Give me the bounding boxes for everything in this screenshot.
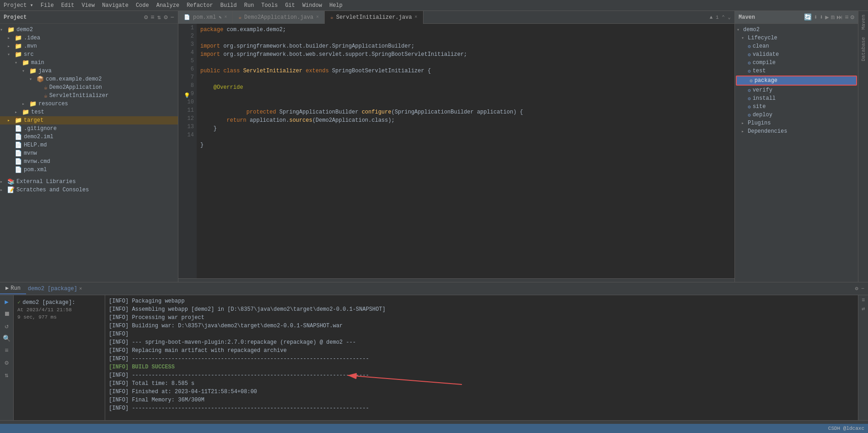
tree-item-servletinitializer[interactable]: ☕ ServletInitializer [0, 92, 178, 100]
tree-item-idea[interactable]: ▸ 📁 .idea [0, 34, 178, 42]
maven-reimport-icon[interactable]: ⬇ [814, 13, 817, 21]
project-menu[interactable]: Project ▾ [4, 2, 33, 9]
code-line-3: import org.springframework.boot.builder.… [200, 42, 731, 50]
maven-item-dependencies[interactable]: ▸ Dependencies [735, 127, 858, 135]
tab-run[interactable]: ▶ Run [0, 283, 26, 294]
wrap-icon[interactable]: ⇄ [862, 305, 865, 312]
navigate-menu[interactable]: Navigate [102, 2, 129, 9]
code-menu[interactable]: Code [136, 2, 149, 9]
run-menu[interactable]: Run [244, 2, 254, 9]
tree-item-gitignore[interactable]: 📄 .gitignore [0, 124, 178, 133]
tree-item-package[interactable]: ▾ 📦 com.example.demo2 [0, 75, 178, 83]
edit-menu[interactable]: Edit [61, 2, 75, 9]
minimize-icon[interactable]: − [171, 14, 174, 21]
maven-run-icon[interactable]: ▶ [825, 13, 829, 21]
maven-skip-icon[interactable]: ⏭ [836, 14, 843, 21]
maven-item-site[interactable]: ⚙ site [735, 103, 858, 111]
file-menu[interactable]: File [41, 2, 54, 9]
editor-tabs: 📄 pom.xml ✎ × ☕ Demo2Application.java × … [178, 11, 734, 24]
settings-icon[interactable]: ⚙ [144, 13, 148, 21]
maven-settings-icon[interactable]: ⚙ [851, 13, 854, 21]
tree-item-helpmd[interactable]: 📄 HELP.md [0, 141, 178, 149]
analyze-menu[interactable]: Analyze [156, 2, 179, 9]
menu-bar: Project ▾ File Edit View Navigate Code A… [0, 0, 868, 11]
build-menu[interactable]: Build [220, 2, 237, 9]
tree-item-src[interactable]: ▾ 📁 src [0, 50, 178, 59]
tree-item-scratches[interactable]: ▸ 📝 Scratches and Consoles [0, 186, 178, 194]
tree-item-demo2iml[interactable]: 📄 demo2.iml [0, 133, 178, 141]
tree-arrow: ▾ [15, 60, 22, 65]
maven-item-install[interactable]: ⚙ install [735, 94, 858, 103]
sort-icon[interactable]: ⇅ [157, 13, 161, 21]
tab-pomxml[interactable]: 📄 pom.xml ✎ × [178, 11, 233, 24]
tree-item-demo2application[interactable]: ☕ Demo2Application [0, 83, 178, 92]
tree-item-resources[interactable]: ▸ 📁 resources [0, 100, 178, 108]
maven-arrow: ▾ [737, 27, 743, 32]
maven-item-plugins[interactable]: ▸ Plugins [735, 119, 858, 127]
help-menu[interactable]: Help [329, 2, 343, 9]
tab-demo2application[interactable]: ☕ Demo2Application.java × [233, 11, 325, 24]
window-menu[interactable]: Window [302, 2, 322, 9]
java-tab-icon2: ☕ [330, 14, 333, 20]
tree-label-target: target [24, 117, 43, 124]
settings2-icon[interactable]: ⚙ [4, 358, 9, 368]
editor-horizontal-scrollbar[interactable] [178, 278, 734, 282]
close-run-tab[interactable]: × [79, 286, 82, 292]
maven-lifecycle-icon[interactable]: ≡ [845, 14, 848, 21]
tree-item-demo2[interactable]: ▾ 📁 demo2 [0, 26, 178, 34]
maven-item-demo2[interactable]: ▾ demo2 [735, 26, 858, 34]
maven-item-validate[interactable]: ⚙ validate [735, 50, 858, 59]
close-tab-servlet[interactable]: × [415, 15, 418, 20]
maven-run2-icon[interactable]: m [831, 14, 835, 21]
maven-item-verify[interactable]: ⚙ verify [735, 86, 858, 94]
console-output[interactable]: [INFO] Packaging webapp [INFO] Assemblin… [105, 295, 858, 420]
tree-label-idea: .idea [24, 35, 40, 41]
bottom-minimize-icon[interactable]: − [861, 286, 864, 292]
tree-item-external-libraries[interactable]: ▸ 📚 External Libraries [0, 178, 178, 186]
tree-arrow: ▸ [7, 35, 15, 41]
tab-label-demo2application: Demo2Application.java [244, 14, 313, 21]
tree-item-test[interactable]: ▸ 📁 test [0, 108, 178, 116]
breadcrumb-text: ▲ 1 [710, 15, 719, 20]
tab-servletinitializer[interactable]: ☕ ServletInitializer.java × [325, 11, 423, 24]
maven-item-clean[interactable]: ⚙ clean [735, 42, 858, 50]
tree-item-java-folder[interactable]: ▾ 📁 java [0, 67, 178, 75]
view-menu[interactable]: View [81, 2, 95, 9]
rerun-icon[interactable]: ↺ [4, 321, 9, 331]
bottom-settings-icon[interactable]: ⚙ [855, 285, 858, 292]
close-tab-demo2app[interactable]: × [316, 15, 319, 20]
maven-reload-icon[interactable]: 🔄 [804, 13, 812, 21]
maven-item-lifecycle[interactable]: ▾ Lifecycle [735, 34, 858, 42]
tree-item-mvnw[interactable]: 📄 mvnw [0, 149, 178, 157]
stop-icon[interactable]: ⏹ [3, 309, 11, 319]
gear2-icon[interactable]: ⚙ [164, 13, 167, 21]
iml-icon: 📄 [15, 133, 22, 141]
bottom-horizontal-scrollbar[interactable] [0, 420, 868, 424]
tree-item-target[interactable]: ▸ 📁 target [0, 116, 178, 124]
tree-item-mvnwcmd[interactable]: 📄 mvnw.cmd [0, 157, 178, 166]
run-again-icon[interactable]: ▶ [4, 297, 9, 307]
sort2-icon[interactable]: ⇅ [4, 370, 9, 380]
scroll-to-end-icon[interactable]: ≡ [862, 297, 865, 303]
maven-download-icon[interactable]: ⬇ [820, 13, 823, 21]
editor-content[interactable]: 1234 5678 9⚙ 1011121314 package com.exam… [178, 24, 734, 278]
maven-item-compile[interactable]: ⚙ compile [735, 59, 858, 67]
filter-icon[interactable]: 🔍 [2, 334, 11, 343]
tools-menu[interactable]: Tools [261, 2, 278, 9]
tree-label-scratches: Scratches and Consoles [16, 187, 89, 193]
tree-item-pomxml[interactable]: 📄 pom.xml [0, 166, 178, 174]
layout-icon[interactable]: ≡ [150, 14, 154, 21]
git-menu[interactable]: Git [285, 2, 295, 9]
close-tab-pomxml[interactable]: × [224, 15, 227, 20]
run-status-label: demo2 [package]: [22, 299, 75, 306]
maven-item-test[interactable]: ⚙ test [735, 67, 858, 75]
database-vertical-tab[interactable]: Database [859, 33, 868, 65]
maven-item-deploy[interactable]: ⚙ deploy [735, 111, 858, 119]
maven-vertical-tab[interactable]: Maven [859, 11, 868, 33]
refactor-menu[interactable]: Refactor [187, 2, 213, 9]
tree-item-mvn[interactable]: ▸ 📁 .mvn [0, 42, 178, 50]
maven-item-package[interactable]: ⚙ package [736, 76, 857, 86]
scroll-icon[interactable]: ≡ [4, 346, 9, 355]
tree-item-main[interactable]: ▾ 📁 main [0, 59, 178, 67]
sidebar-header: Project ⚙ ≡ ⇅ ⚙ − [0, 11, 178, 24]
